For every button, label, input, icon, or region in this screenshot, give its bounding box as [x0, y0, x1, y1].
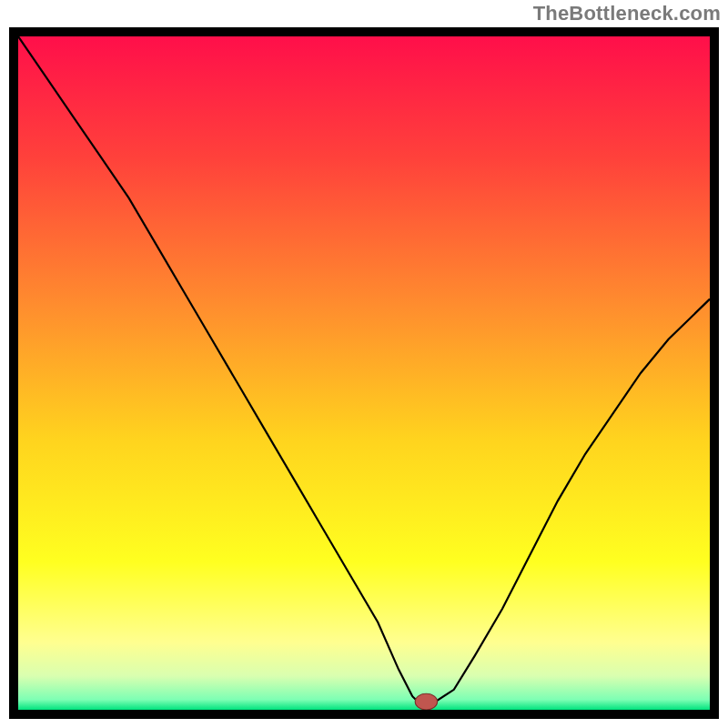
plot-area: [18, 36, 710, 710]
chart-frame: TheBottleneck.com: [0, 0, 728, 728]
watermark-text: TheBottleneck.com: [533, 2, 721, 25]
bottleneck-chart: [18, 36, 710, 710]
gradient-bg: [18, 36, 710, 710]
optimal-point-marker: [415, 693, 437, 710]
plot-border: [9, 27, 719, 719]
